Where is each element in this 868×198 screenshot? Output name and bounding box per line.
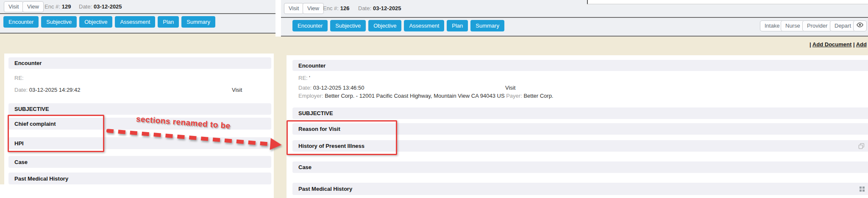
view-button[interactable]: View [22, 1, 44, 12]
grid-drag-icon[interactable] [860, 187, 865, 192]
section-header-encounter[interactable]: Encounter [292, 60, 868, 71]
right-tab-bar: Encounter Subjective Objective Assessmen… [281, 18, 868, 37]
add-link[interactable]: Add [856, 41, 867, 48]
tab-plan[interactable]: Plan [447, 20, 468, 31]
depart-button[interactable]: Depart [830, 20, 856, 31]
left-note-panel: Encounter RE: Date: 03-12-2025 14:29:42 … [4, 54, 275, 184]
link-separator: | [853, 41, 855, 48]
comparison-canvas: Visit View Enc #:129 Date:03-12-2025 Enc… [0, 0, 868, 198]
right-note-panel: Encounter RE: ' Date: 03-12-2025 13:46:5… [287, 55, 868, 198]
section-reason-for-visit[interactable]: Reason for Visit [292, 123, 868, 135]
copy-icon[interactable] [858, 143, 865, 149]
left-screenshot: Visit View Enc #:129 Date:03-12-2025 Enc… [0, 0, 275, 184]
link-separator: | [810, 41, 811, 48]
tab-encounter[interactable]: Encounter [3, 16, 39, 28]
eye-icon [856, 22, 864, 28]
tab-subjective[interactable]: Subjective [330, 20, 366, 31]
right-encounter-toolbar: Visit View Enc #:126 Date:03-12-2025 [281, 0, 868, 18]
visit-button[interactable]: Visit [4, 1, 23, 12]
tab-plan[interactable]: Plan [158, 16, 179, 28]
overlapping-window-edge [587, 0, 868, 4]
tab-objective[interactable]: Objective [79, 16, 112, 28]
employer-line: Employer: Better Corp. - 12001 Pacific C… [298, 93, 553, 99]
tab-summary[interactable]: Summary [470, 20, 504, 31]
section-label: Past Medical History [298, 186, 352, 192]
enc-date: Date:03-12-2025 [79, 3, 122, 10]
tab-objective[interactable]: Objective [368, 20, 401, 31]
left-encounter-toolbar: Visit View Enc #:129 Date:03-12-2025 [0, 0, 275, 14]
tab-assessment[interactable]: Assessment [115, 16, 155, 28]
view-button[interactable]: View [303, 3, 324, 14]
date-line: Date: 03-12-2025 13:46:50 [298, 85, 364, 91]
section-history-of-present-illness[interactable]: History of Present Illness [292, 140, 868, 152]
right-screenshot: Visit View Enc #:126 Date:03-12-2025 Enc… [281, 0, 868, 198]
tab-subjective[interactable]: Subjective [41, 16, 77, 28]
left-tab-bar: Encounter Subjective Objective Assessmen… [0, 14, 275, 34]
section-header-subjective[interactable]: SUBJECTIVE [292, 107, 868, 119]
enc-date: Date:03-12-2025 [358, 5, 401, 11]
section-past-medical-history[interactable]: Past Medical History [292, 183, 868, 195]
section-chief-complaint[interactable]: Chief complaint [8, 118, 271, 130]
section-past-medical-history[interactable]: Past Medical History [8, 173, 271, 184]
provider-button[interactable]: Provider [802, 20, 832, 31]
section-case[interactable]: Case [292, 161, 868, 173]
document-links: | Add Document | Add [810, 41, 867, 48]
section-case[interactable]: Case [8, 156, 271, 168]
tab-summary[interactable]: Summary [181, 16, 215, 28]
section-label: History of Present Illness [298, 143, 364, 149]
enc-number: Enc #:129 [45, 3, 71, 10]
visit-button[interactable]: Visit [284, 3, 303, 14]
re-line: RE: [14, 75, 24, 81]
preview-button[interactable] [853, 20, 867, 31]
tab-encounter[interactable]: Encounter [292, 20, 328, 31]
nurse-button[interactable]: Nurse [781, 20, 805, 31]
visit-type-label: Visit [232, 87, 242, 93]
date-line: Date: 03-12-2025 14:29:42 [14, 87, 80, 93]
section-header-encounter[interactable]: Encounter [8, 57, 271, 69]
section-hpi[interactable]: HPI [8, 137, 271, 149]
add-document-link[interactable]: Add Document [812, 41, 851, 48]
re-line: RE: ' [298, 75, 310, 81]
section-header-subjective[interactable]: SUBJECTIVE [8, 103, 271, 115]
enc-number: Enc #:126 [323, 5, 350, 11]
visit-type-label: Visit [505, 85, 515, 91]
tab-assessment[interactable]: Assessment [404, 20, 444, 31]
